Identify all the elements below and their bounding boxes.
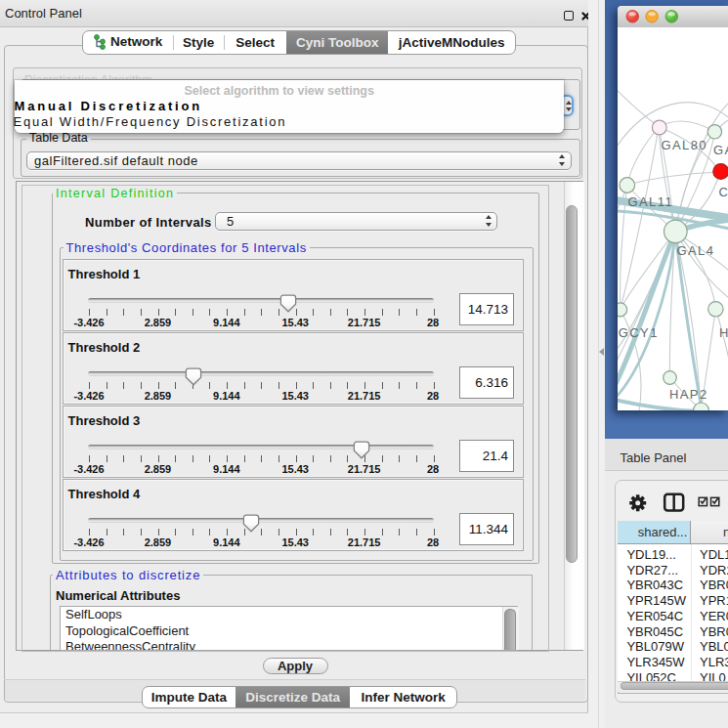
svg-text:HX: HX (719, 325, 728, 340)
svg-text:GAL80: GAL80 (662, 138, 707, 152)
svg-text:GAL11: GAL11 (628, 194, 674, 209)
svg-text:HAP2: HAP2 (669, 387, 708, 402)
svg-text:CRP: CRP (719, 185, 728, 199)
svg-text:GCY1: GCY1 (619, 325, 659, 340)
svg-text:GAL2: GAL2 (713, 143, 728, 157)
svg-text:GAL4: GAL4 (677, 243, 715, 258)
